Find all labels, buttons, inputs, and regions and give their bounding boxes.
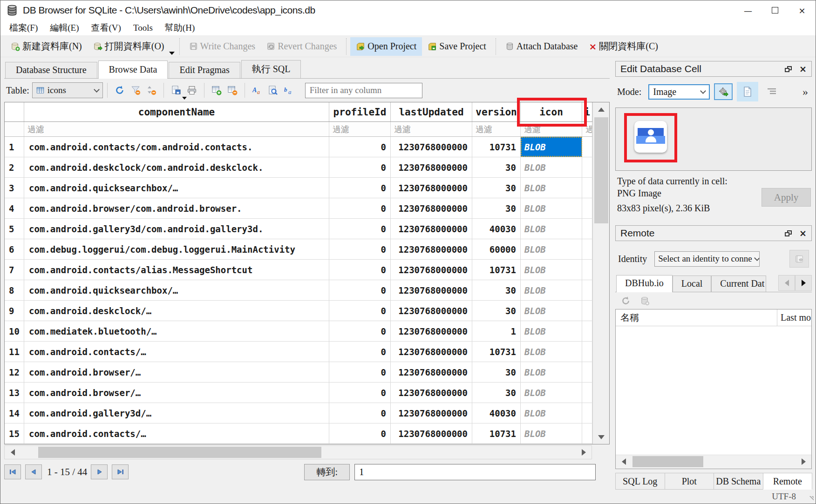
insert-record-button[interactable] (209, 82, 224, 99)
row-number[interactable]: 9 (5, 301, 24, 321)
table-cell[interactable]: BLOB (521, 383, 582, 403)
goto-record-input[interactable] (354, 464, 596, 480)
table-cell[interactable]: 0 (329, 280, 391, 300)
table-cell[interactable]: com.android.quicksearchbox/… (24, 280, 329, 300)
scroll-down-arrow[interactable] (593, 430, 609, 444)
table-cell[interactable]: 0 (329, 137, 391, 157)
last-modified-column-header[interactable]: Last mo (777, 309, 811, 326)
tab-scroll-right-button[interactable] (795, 275, 812, 291)
table-cell[interactable]: com.android.browser/com.android.browser. (24, 198, 329, 218)
table-cell[interactable]: 1230768000000 (391, 423, 472, 444)
row-number[interactable]: 1 (5, 137, 24, 157)
find-button[interactable] (265, 82, 281, 99)
table-cell[interactable]: 0 (329, 239, 391, 259)
mode-select[interactable]: Image (648, 84, 710, 100)
dock-tab-remote[interactable]: Remote (763, 473, 813, 490)
previous-record-button[interactable] (25, 464, 42, 479)
table-cell[interactable]: 10731 (472, 137, 521, 157)
scroll-right-arrow[interactable] (796, 455, 811, 468)
table-cell[interactable]: 0 (329, 260, 391, 280)
table-cell[interactable]: 10731 (472, 260, 521, 280)
table-cell-clipped[interactable] (582, 219, 592, 239)
table-cell[interactable]: com.android.deskclock/… (24, 301, 329, 321)
table-cell[interactable]: BLOB (521, 301, 582, 321)
case-button[interactable]: b a (281, 82, 297, 99)
table-cell-clipped[interactable] (582, 260, 592, 280)
encoding-indicator[interactable]: UTF-8 (772, 491, 796, 502)
table-cell-clipped[interactable] (582, 342, 592, 362)
table-cell[interactable]: BLOB (521, 239, 582, 259)
table-cell-clipped[interactable] (582, 157, 592, 177)
table-cell-clipped[interactable] (582, 137, 592, 157)
row-number[interactable]: 12 (5, 362, 24, 382)
remote-scroll-thumb[interactable] (632, 456, 703, 467)
table-cell[interactable]: BLOB (521, 260, 582, 280)
table-cell[interactable]: 40030 (472, 219, 521, 239)
table-cell[interactable]: 1230768000000 (391, 198, 472, 218)
table-cell[interactable]: 1230768000000 (391, 301, 472, 321)
horizontal-scrollbar[interactable] (4, 445, 592, 459)
float-dock-icon[interactable] (785, 230, 792, 236)
table-cell[interactable]: 1230768000000 (391, 403, 472, 423)
float-dock-icon[interactable] (785, 66, 792, 72)
table-cell-clipped[interactable] (582, 198, 592, 218)
table-cell[interactable]: 1230768000000 (391, 137, 472, 157)
table-cell[interactable]: 1230768000000 (391, 239, 472, 259)
table-cell[interactable]: com.debug.loggerui/com.debug.loggerui.Ma… (24, 239, 329, 259)
maximize-button[interactable] (762, 0, 789, 20)
column-header-profileId[interactable]: profileId (329, 102, 391, 121)
table-cell[interactable]: 1230768000000 (391, 342, 472, 362)
close-dock-icon[interactable]: × (799, 64, 807, 74)
save-project-button[interactable]: Save Project (422, 37, 492, 56)
table-cell[interactable]: BLOB (521, 423, 582, 444)
row-number[interactable]: 6 (5, 239, 24, 259)
table-cell[interactable]: 0 (329, 219, 391, 239)
remote-list-body[interactable] (616, 326, 811, 455)
table-cell[interactable]: 1230768000000 (391, 383, 472, 403)
filter-input-profileId[interactable]: 過濾 (329, 122, 391, 136)
row-number[interactable]: 11 (5, 342, 24, 362)
row-number[interactable]: 3 (5, 178, 24, 198)
scroll-left-arrow[interactable] (616, 455, 632, 468)
table-cell[interactable]: 0 (329, 342, 391, 362)
table-cell[interactable]: 30 (472, 198, 521, 218)
table-cell[interactable]: 1230768000000 (391, 260, 472, 280)
table-cell[interactable]: BLOB (521, 321, 582, 341)
table-cell[interactable]: com.android.gallery3d/com.android.galler… (24, 219, 329, 239)
table-cell[interactable]: 0 (329, 198, 391, 218)
table-cell-clipped[interactable] (582, 383, 592, 403)
menu-item-2[interactable]: 編輯(E) (44, 22, 85, 34)
dock-tab-db-schema[interactable]: DB Schema (714, 473, 763, 490)
vertical-scroll-thumb[interactable] (594, 117, 608, 223)
table-cell[interactable]: 1230768000000 (391, 219, 472, 239)
table-cell[interactable]: BLOB (521, 362, 582, 382)
menu-item-4[interactable]: Tools (127, 23, 159, 33)
sort-text-button[interactable]: A a (249, 82, 265, 99)
menu-item-5[interactable]: 幫助(H) (159, 22, 201, 34)
filter-any-column-input[interactable] (305, 83, 422, 98)
import-data-button[interactable] (714, 83, 733, 100)
table-select[interactable]: icons (32, 82, 103, 98)
tab-current-database[interactable]: Current Dat (711, 276, 766, 292)
tab-execute-sql[interactable]: 執行 SQL (241, 60, 301, 78)
identity-select[interactable]: Select an identity to conne (654, 251, 760, 267)
table-cell[interactable]: 1230768000000 (391, 321, 472, 341)
save-view-button[interactable] (168, 82, 184, 99)
name-column-header[interactable]: 名稱 (616, 309, 777, 326)
filter-input-lastUpdated[interactable]: 過濾 (391, 122, 472, 136)
table-cell[interactable]: 1230768000000 (391, 280, 472, 300)
table-cell[interactable]: 1230768000000 (391, 157, 472, 177)
close-dock-icon[interactable]: × (799, 228, 807, 238)
table-cell-clipped[interactable] (582, 403, 592, 423)
table-cell-clipped[interactable] (582, 301, 592, 321)
table-cell[interactable]: 30 (472, 362, 521, 382)
resize-grip-icon[interactable] (808, 496, 814, 502)
filter-input-icon[interactable]: 過濾 (521, 122, 582, 136)
close-button[interactable]: × (789, 0, 816, 20)
tab-edit-pragmas[interactable]: Edit Pragmas (169, 62, 240, 78)
row-number[interactable]: 5 (5, 219, 24, 239)
menu-item-3[interactable]: 查看(V) (85, 22, 127, 34)
refresh-button[interactable] (112, 82, 128, 99)
table-cell[interactable]: 30 (472, 301, 521, 321)
table-cell[interactable]: com.android.quicksearchbox/… (24, 178, 329, 198)
